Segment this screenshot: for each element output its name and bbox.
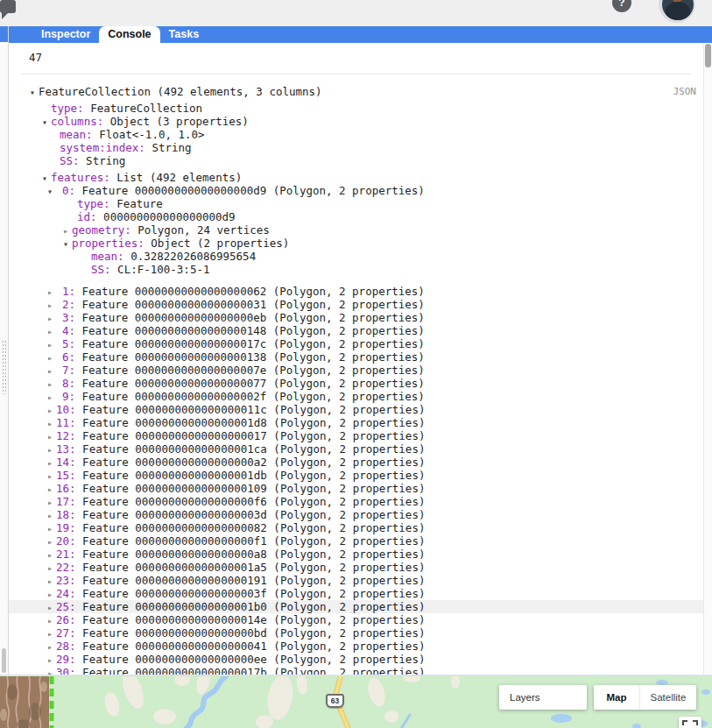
tab-console[interactable]: Console <box>99 26 159 43</box>
geometry-row[interactable]: ▸geometry: Polygon, 24 vertices <box>9 223 703 237</box>
feature-row[interactable]: ▸26: Feature 0000000000000000014e (Polyg… <box>9 613 703 626</box>
feature-row[interactable]: ▸7: Feature 0000000000000000007e (Polygo… <box>9 364 703 377</box>
property-row[interactable]: mean: 0.32822026086995654 <box>9 250 703 263</box>
expand-icon[interactable]: ▸ <box>47 576 56 586</box>
column-row[interactable]: mean: Float<-1.0, 1.0> <box>9 128 703 141</box>
feature-row[interactable]: ▸22: Feature 000000000000000001a5 (Polyg… <box>9 561 703 574</box>
expand-icon[interactable]: ▸ <box>47 300 56 310</box>
feature-row[interactable]: ▸9: Feature 0000000000000000002f (Polygo… <box>9 390 703 403</box>
collapse-icon[interactable]: ▾ <box>42 117 51 127</box>
expand-icon[interactable]: ▸ <box>47 563 56 573</box>
feature-row[interactable]: ▸6: Feature 00000000000000000138 (Polygo… <box>9 350 703 364</box>
expand-icon[interactable]: ▸ <box>47 629 56 639</box>
expand-icon[interactable]: ▸ <box>47 366 56 376</box>
collapse-icon[interactable]: ▾ <box>42 173 51 183</box>
feature-row[interactable]: ▸11: Feature 000000000000000001d8 (Polyg… <box>9 416 703 429</box>
layers-panel[interactable]: Layers <box>499 685 587 710</box>
map-viewport[interactable]: 63 Layers Map Satellite <box>0 675 712 728</box>
feature-row[interactable]: ▸20: Feature 000000000000000000f1 (Polyg… <box>9 534 703 548</box>
feature-row[interactable]: ▸24: Feature 0000000000000000003f (Polyg… <box>9 587 703 600</box>
expand-icon[interactable]: ▸ <box>47 406 56 415</box>
expand-icon[interactable]: ▸ <box>47 590 56 599</box>
feature-property-row[interactable]: type: Feature <box>9 197 703 210</box>
feature-row[interactable]: ▸15: Feature 000000000000000001db (Polyg… <box>9 469 703 482</box>
tab-tasks[interactable]: Tasks <box>160 26 208 43</box>
expand-icon[interactable]: ▸ <box>47 484 56 494</box>
feature-row[interactable]: ▸13: Feature 000000000000000001ca (Polyg… <box>9 442 703 456</box>
panel-resize-grip[interactable] <box>2 340 7 394</box>
collapse-icon[interactable]: ▾ <box>47 187 56 196</box>
feature-row[interactable]: ▸4: Feature 00000000000000000148 (Polygo… <box>9 324 703 337</box>
expand-icon[interactable]: ▸ <box>47 379 56 389</box>
fullscreen-button[interactable] <box>679 717 701 728</box>
feature-row[interactable]: ▸10: Feature 0000000000000000011c (Polyg… <box>9 403 703 416</box>
node-value: String <box>152 141 191 154</box>
column-row[interactable]: system:index: String <box>9 141 703 154</box>
feature-row[interactable]: ▸23: Feature 00000000000000000191 (Polyg… <box>9 574 703 587</box>
expand-icon[interactable]: ▸ <box>47 550 56 560</box>
expand-icon[interactable]: ▸ <box>47 458 56 468</box>
tab-inspector[interactable]: Inspector <box>32 26 99 43</box>
expand-icon[interactable]: ▸ <box>47 524 56 534</box>
collapse-icon[interactable]: ▾ <box>63 239 72 249</box>
node-key: mean: <box>60 128 93 141</box>
expand-icon[interactable]: ▸ <box>47 392 56 402</box>
expand-icon[interactable]: ▸ <box>47 327 56 336</box>
console-scroll-area[interactable]: 47 JSON ▾FeatureCollection (492 elements… <box>9 43 703 675</box>
expand-icon[interactable]: ▸ <box>47 498 56 507</box>
console-scrollbar-thumb[interactable] <box>705 44 711 67</box>
feature-row[interactable]: ▸30: Feature 0000000000000000017b (Polyg… <box>9 666 703 675</box>
properties-row[interactable]: ▾properties: Object (2 properties) <box>9 237 703 250</box>
expand-icon[interactable]: ▸ <box>47 616 56 626</box>
feature-property-row[interactable]: id: 000000000000000000d9 <box>9 210 703 223</box>
feature-row-hovered[interactable]: ▸25: Feature 000000000000000001b0 (Polyg… <box>9 600 703 613</box>
feature-row[interactable]: ▸27: Feature 000000000000000000bd (Polyg… <box>9 626 703 640</box>
node-value: Feature 000000000000000001db (Polygon, 2… <box>82 469 425 482</box>
expand-icon[interactable]: ▸ <box>47 340 56 350</box>
left-scrollbar-thumb[interactable] <box>2 648 6 673</box>
property-row[interactable]: SS: CL:F-100-3:5-1 <box>9 263 703 276</box>
column-row[interactable]: SS: String <box>9 154 703 167</box>
columns-row[interactable]: ▾columns: Object (3 properties) <box>9 115 703 128</box>
expand-icon[interactable]: ▸ <box>47 511 56 520</box>
expand-icon[interactable]: ▸ <box>63 226 72 236</box>
feature-row[interactable]: ▸21: Feature 000000000000000000a8 (Polyg… <box>9 548 703 561</box>
feature-row[interactable]: ▸28: Feature 00000000000000000041 (Polyg… <box>9 640 703 653</box>
satellite-button[interactable]: Satellite <box>640 685 696 710</box>
expand-icon[interactable]: ▸ <box>47 471 56 481</box>
feature-row[interactable]: ▸1: Feature 00000000000000000062 (Polygo… <box>9 285 703 298</box>
expand-icon[interactable]: ▸ <box>47 314 56 323</box>
expand-icon[interactable]: ▸ <box>47 537 56 547</box>
expand-icon[interactable]: ▸ <box>47 287 56 297</box>
expand-icon[interactable]: ▸ <box>47 603 56 612</box>
map-button[interactable]: Map <box>594 685 640 710</box>
expand-icon[interactable]: ▸ <box>47 432 56 442</box>
feature-row[interactable]: ▸3: Feature 000000000000000000eb (Polygo… <box>9 311 703 324</box>
expand-icon[interactable]: ▸ <box>47 353 56 363</box>
feature-row[interactable]: ▸29: Feature 000000000000000000ee (Polyg… <box>9 653 703 666</box>
collapse-icon[interactable]: ▾ <box>30 88 39 97</box>
feature-row[interactable]: ▸8: Feature 00000000000000000077 (Polygo… <box>9 377 703 390</box>
feature-row[interactable]: ▾0: Feature 000000000000000000d9 (Polygo… <box>9 184 703 197</box>
feature-row[interactable]: ▸2: Feature 00000000000000000031 (Polygo… <box>9 298 703 311</box>
feature-row[interactable]: ▸17: Feature 000000000000000000f6 (Polyg… <box>9 495 703 508</box>
expand-icon[interactable]: ▸ <box>47 419 56 428</box>
feature-row[interactable]: ▸14: Feature 000000000000000000a2 (Polyg… <box>9 456 703 469</box>
features-list-row[interactable]: ▾features: List (492 elements) <box>9 171 703 184</box>
feature-row[interactable]: ▸5: Feature 0000000000000000017c (Polygo… <box>9 337 703 350</box>
collection-root-row[interactable]: ▾FeatureCollection (492 elements, 3 colu… <box>9 85 703 98</box>
feature-row[interactable]: ▸12: Feature 00000000000000000017 (Polyg… <box>9 429 703 442</box>
feature-row[interactable]: ▸18: Feature 0000000000000000003d (Polyg… <box>9 508 703 521</box>
expand-icon[interactable]: ▸ <box>47 642 56 652</box>
console-scrollbar[interactable] <box>703 43 712 675</box>
expand-icon[interactable]: ▸ <box>47 445 56 455</box>
help-icon[interactable]: ? <box>612 0 631 12</box>
collection-type-row[interactable]: type: FeatureCollection <box>9 102 703 115</box>
feature-row[interactable]: ▸16: Feature 00000000000000000109 (Polyg… <box>9 482 703 495</box>
feature-row[interactable]: ▸19: Feature 00000000000000000082 (Polyg… <box>9 521 703 534</box>
expand-icon[interactable]: ▸ <box>47 655 56 665</box>
feedback-chat-icon[interactable] <box>0 0 16 13</box>
node-value: Feature 00000000000000000017 (Polygon, 2… <box>82 429 425 442</box>
json-toggle-button[interactable]: JSON <box>673 86 697 97</box>
expand-icon[interactable]: ▸ <box>47 668 56 675</box>
